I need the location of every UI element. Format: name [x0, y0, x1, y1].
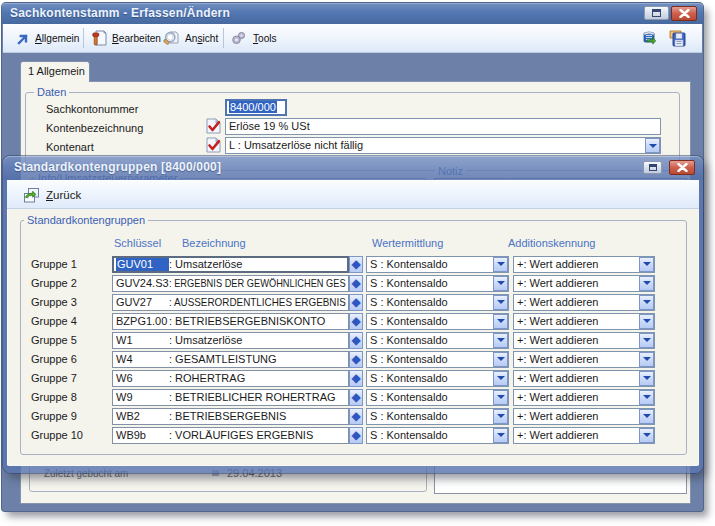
additionskennung-combo[interactable]: +: Wert addieren — [513, 275, 655, 292]
key-input[interactable]: W9: BETRIEBLICHER ROHERTRAG — [112, 389, 349, 406]
wertermittlung-combo[interactable]: S : Kontensaldo — [366, 351, 509, 368]
wertermittlung-combo[interactable]: S : Kontensaldo — [366, 256, 509, 273]
key-picker-button[interactable]: ◆ — [349, 313, 363, 330]
additionskennung-combo[interactable]: +: Wert addieren — [513, 256, 655, 273]
dropdown-button[interactable] — [493, 371, 508, 386]
key-input[interactable]: GUV27: AUSSERORDENTLICHES ERGEBNIS — [112, 294, 349, 311]
key-picker-button[interactable]: ◆ — [349, 275, 363, 292]
menu-allgemein[interactable]: Allgemein — [17, 24, 83, 52]
dropdown-button[interactable] — [639, 409, 654, 424]
key-picker-button[interactable]: ◆ — [349, 370, 363, 387]
wertermittlung-combo[interactable]: S : Kontensaldo — [366, 332, 509, 349]
chevron-down-icon — [643, 376, 651, 380]
input-kontenbezeichnung[interactable]: Erlöse 19 % USt — [225, 118, 661, 135]
dropdown-button[interactable] — [493, 428, 508, 443]
menu-tools[interactable]: Tools — [231, 24, 279, 52]
dropdown-button[interactable] — [493, 295, 508, 310]
additionskennung-value: +: Wert addieren — [517, 410, 598, 422]
wertermittlung-combo[interactable]: S : Kontensaldo — [366, 408, 509, 425]
chevron-down-icon — [497, 395, 505, 399]
input-sachkontonummer[interactable]: 8400/000 — [225, 99, 287, 116]
modifiable-check-icon[interactable] — [206, 118, 221, 134]
key-value: W6 — [116, 372, 169, 386]
tab-allgemein[interactable]: 1 Allgemein — [20, 61, 90, 82]
dropdown-button[interactable] — [639, 333, 654, 348]
wertermittlung-value: S : Kontensaldo — [370, 391, 448, 403]
save-icon[interactable] — [668, 29, 686, 47]
dropdown-button[interactable] — [493, 276, 508, 291]
key-input[interactable]: GUV01: Umsatzerlöse — [112, 256, 349, 273]
menu-label: Tools — [253, 32, 277, 44]
key-input[interactable]: BZPG1.00: BETRIEBSERGEBNISKONTO — [112, 313, 349, 330]
additionskennung-combo[interactable]: +: Wert addieren — [513, 408, 655, 425]
additionskennung-combo[interactable]: +: Wert addieren — [513, 427, 655, 444]
additionskennung-combo[interactable]: +: Wert addieren — [513, 370, 655, 387]
diamond-spinner-icon: ◆ — [351, 315, 360, 327]
dropdown-button[interactable] — [639, 276, 654, 291]
additionskennung-combo[interactable]: +: Wert addieren — [513, 294, 655, 311]
dropdown-button[interactable] — [639, 352, 654, 367]
wertermittlung-combo[interactable]: S : Kontensaldo — [366, 294, 509, 311]
key-input[interactable]: W6: ROHERTRAG — [112, 370, 349, 387]
magnifier-icon — [162, 31, 180, 46]
dropdown-button[interactable] — [639, 390, 654, 405]
dropdown-button[interactable] — [493, 409, 508, 424]
wertermittlung-combo[interactable]: S : Kontensaldo — [366, 370, 509, 387]
key-input[interactable]: W4: GESAMTLEISTUNG — [112, 351, 349, 368]
modifiable-check-icon[interactable] — [206, 137, 221, 153]
key-picker-button[interactable]: ◆ — [349, 294, 363, 311]
label-sachkontonummer: Sachkontonummer — [46, 103, 138, 115]
dropdown-button[interactable] — [493, 390, 508, 405]
fg-close-button[interactable] — [669, 160, 695, 175]
additionskennung-combo[interactable]: +: Wert addieren — [513, 351, 655, 368]
key-picker-button[interactable]: ◆ — [349, 408, 363, 425]
dropdown-button[interactable] — [645, 138, 660, 153]
dropdown-button[interactable] — [639, 428, 654, 443]
label-kontenbezeichnung: Kontenbezeichnung — [46, 122, 143, 134]
key-input[interactable]: WB9b: VORLÄUFIGES ERGEBNIS — [112, 427, 349, 444]
dropdown-button[interactable] — [639, 314, 654, 329]
table-row: Gruppe 10WB9b: VORLÄUFIGES ERGEBNIS◆S : … — [7, 427, 699, 444]
wertermittlung-combo[interactable]: S : Kontensaldo — [366, 313, 509, 330]
menu-bearbeiten[interactable]: Bearbeiten — [92, 24, 165, 52]
daten-legend: Daten — [34, 86, 69, 98]
dropdown-button[interactable] — [493, 314, 508, 329]
additionskennung-combo[interactable]: +: Wert addieren — [513, 389, 655, 406]
export-book-icon[interactable] — [642, 29, 660, 47]
wertermittlung-combo[interactable]: S : Kontensaldo — [366, 427, 509, 444]
dropdown-button[interactable] — [639, 371, 654, 386]
key-input[interactable]: WB2: BETRIEBSERGEBNIS — [112, 408, 349, 425]
wertermittlung-combo[interactable]: S : Kontensaldo — [366, 389, 509, 406]
dropdown-button[interactable] — [639, 295, 654, 310]
fg-restore-button[interactable] — [643, 161, 662, 174]
key-picker-button[interactable]: ◆ — [349, 351, 363, 368]
bg-restore-button[interactable] — [644, 6, 669, 20]
key-value: WB9b — [116, 429, 169, 443]
additionskennung-combo[interactable]: +: Wert addieren — [513, 332, 655, 349]
dropdown-button[interactable] — [639, 257, 654, 272]
back-button[interactable]: Zurück — [23, 184, 81, 206]
key-picker-button[interactable]: ◆ — [349, 427, 363, 444]
menu-ansicht[interactable]: Ansicht — [162, 24, 221, 52]
key-picker-button[interactable]: ◆ — [349, 256, 363, 273]
key-picker-button[interactable]: ◆ — [349, 389, 363, 406]
table-row: Gruppe 8W9: BETRIEBLICHER ROHERTRAG◆S : … — [7, 389, 699, 406]
key-input[interactable]: GUV24.S3: ERGEBNIS DER GEWÖHNLICHEN GES — [112, 275, 349, 292]
key-value: WB2 — [116, 410, 169, 424]
bg-titlebar[interactable]: Sachkontenstamm - Erfassen/Ändern — [2, 3, 703, 24]
wertermittlung-combo[interactable]: S : Kontensaldo — [366, 275, 509, 292]
key-description: : Umsatzerlöse — [169, 334, 242, 348]
key-picker-button[interactable]: ◆ — [349, 332, 363, 349]
fg-titlebar[interactable]: Standardkontengruppen [8400/000] — [3, 156, 703, 180]
wertermittlung-value: S : Kontensaldo — [370, 315, 448, 327]
dropdown-button[interactable] — [493, 352, 508, 367]
key-input[interactable]: W1: Umsatzerlöse — [112, 332, 349, 349]
key-value: W4 — [116, 353, 169, 367]
table-row: Gruppe 1GUV01: Umsatzerlöse◆S : Kontensa… — [7, 256, 699, 273]
dropdown-button[interactable] — [493, 333, 508, 348]
arrow-icon — [17, 32, 30, 45]
additionskennung-combo[interactable]: +: Wert addieren — [513, 313, 655, 330]
dropdown-button[interactable] — [493, 257, 508, 272]
bg-close-button[interactable] — [671, 6, 697, 21]
combo-kontenart[interactable]: L : Umsatzerlöse nicht fällig — [225, 137, 661, 154]
